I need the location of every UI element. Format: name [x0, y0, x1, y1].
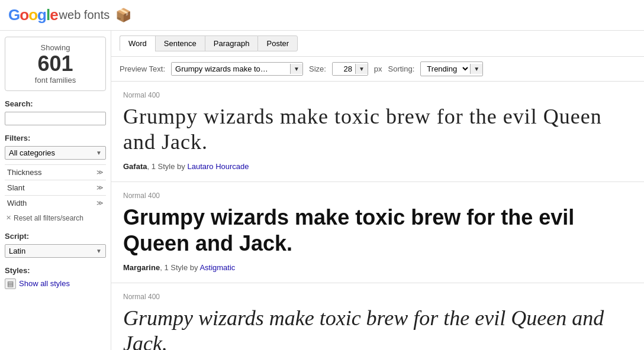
thickness-filter[interactable]: Thickness ≫ — [5, 164, 106, 180]
preview-text-label: Preview Text: — [120, 64, 165, 73]
search-input[interactable] — [5, 112, 106, 125]
width-label: Width — [7, 199, 27, 208]
tabs-toolbar: Word Sentence Paragraph Poster — [111, 31, 644, 57]
font-card-margarine: Normal 400 Grumpy wizards make toxic bre… — [111, 182, 644, 283]
showing-label: Showing — [11, 43, 99, 52]
thickness-chevron-icon: ≫ — [96, 168, 104, 176]
reset-label: Reset all filters/search — [14, 214, 83, 222]
size-input[interactable] — [333, 63, 355, 75]
font-name-gafata: Gafata — [123, 162, 147, 171]
font-preview-merienda: Grumpy wizards make toxic brew for the e… — [123, 306, 632, 350]
slant-label: Slant — [7, 183, 25, 192]
show-styles-icon: ▤ — [5, 278, 16, 289]
logo-icon: 📦 — [115, 8, 131, 23]
size-dropdown-icon[interactable]: ▼ — [355, 64, 368, 74]
font-author-gafata[interactable]: Lautaro Hourcade — [187, 162, 249, 171]
styles-label: Styles: — [5, 266, 106, 275]
sidebar: Showing 601 font families Search: Filter… — [0, 31, 111, 350]
font-count: 601 — [11, 52, 99, 76]
size-wrapper: ▼ — [332, 62, 368, 76]
show-all-styles-button[interactable]: ▤ Show all styles — [5, 278, 106, 289]
font-style-label-margarine: Normal 400 — [123, 192, 632, 200]
category-select[interactable]: All categories — [9, 148, 96, 157]
logo-o1: o — [20, 6, 28, 24]
reset-icon: ✕ — [6, 214, 11, 222]
preview-bar: Preview Text: ▼ Size: ▼ px Sorting: Tren… — [111, 57, 644, 82]
main-layout: Showing 601 font families Search: Filter… — [0, 31, 644, 350]
preview-text-dropdown-icon[interactable]: ▼ — [290, 64, 302, 74]
font-preview-gafata: Grumpy wizards make toxic brew for the e… — [123, 104, 632, 155]
logo-o2: o — [28, 6, 37, 24]
font-author-margarine[interactable]: Astigmatic — [199, 263, 235, 272]
font-style-label-gafata: Normal 400 — [123, 91, 632, 99]
tab-paragraph[interactable]: Paragraph — [205, 35, 258, 51]
font-card-gafata: Normal 400 Grumpy wizards make toxic bre… — [111, 82, 644, 182]
category-chevron-icon: ▼ — [96, 150, 102, 156]
header: Google web fonts 📦 — [0, 0, 644, 31]
script-section: Script: Latin ▼ — [5, 232, 106, 258]
families-label: font families — [11, 76, 99, 85]
preview-text-wrapper: ▼ — [171, 62, 303, 76]
logo-e: e — [50, 6, 57, 24]
font-list: Normal 400 Grumpy wizards make toxic bre… — [111, 82, 644, 350]
tab-word[interactable]: Word — [120, 35, 155, 51]
tab-sentence[interactable]: Sentence — [155, 35, 205, 51]
by-label-gafata: by — [177, 162, 185, 171]
width-filter[interactable]: Width ≫ — [5, 195, 106, 210]
show-styles-label: Show all styles — [19, 279, 70, 288]
font-count-box: Showing 601 font families — [5, 37, 106, 91]
script-label: Script: — [5, 232, 106, 241]
thickness-label: Thickness — [7, 168, 42, 177]
sort-select[interactable]: Trending — [421, 62, 470, 76]
script-chevron-icon: ▼ — [96, 248, 102, 254]
slant-filter[interactable]: Slant ≫ — [5, 180, 106, 195]
script-select[interactable]: Latin — [9, 247, 96, 255]
content-area: Word Sentence Paragraph Poster Preview T… — [111, 31, 644, 350]
filters-section: Filters: All categories ▼ Thickness ≫ Sl… — [5, 134, 106, 226]
styles-section: Styles: ▤ Show all styles — [5, 266, 106, 289]
font-styles-count-gafata: 1 Style — [152, 162, 175, 171]
search-label: Search: — [5, 99, 106, 108]
size-label: Size: — [309, 64, 326, 73]
sort-wrapper: Trending ▼ — [420, 61, 483, 76]
logo-webfonts: web fonts — [59, 8, 110, 22]
tab-poster[interactable]: Poster — [257, 35, 298, 51]
by-label-margarine: by — [190, 263, 198, 272]
font-preview-margarine: Grumpy wizards make toxic brew for the e… — [123, 205, 632, 255]
logo-g2: g — [37, 6, 46, 24]
font-styles-count-margarine: 1 Style — [164, 263, 188, 272]
font-meta-gafata: Gafata, 1 Style by Lautaro Hourcade — [123, 162, 632, 171]
logo-g: G — [8, 6, 20, 24]
preview-text-input[interactable] — [172, 63, 290, 75]
font-meta-margarine: Margarine, 1 Style by Astigmatic — [123, 263, 632, 272]
sort-dropdown-icon[interactable]: ▼ — [470, 64, 482, 74]
px-label: px — [374, 64, 382, 73]
logo: Google — [8, 6, 58, 24]
filters-label: Filters: — [5, 134, 106, 142]
width-chevron-icon: ≫ — [96, 199, 104, 207]
font-style-label-merienda: Normal 400 — [123, 293, 632, 301]
script-select-wrapper[interactable]: Latin ▼ — [5, 244, 106, 258]
search-section: Search: — [5, 99, 106, 125]
font-name-margarine: Margarine — [123, 263, 160, 272]
sorting-label: Sorting: — [388, 64, 415, 73]
slant-chevron-icon: ≫ — [96, 184, 104, 192]
font-card-merienda: Normal 400 Grumpy wizards make toxic bre… — [111, 283, 644, 350]
category-select-wrapper[interactable]: All categories ▼ — [5, 146, 106, 160]
reset-filters-button[interactable]: ✕ Reset all filters/search — [5, 210, 106, 226]
